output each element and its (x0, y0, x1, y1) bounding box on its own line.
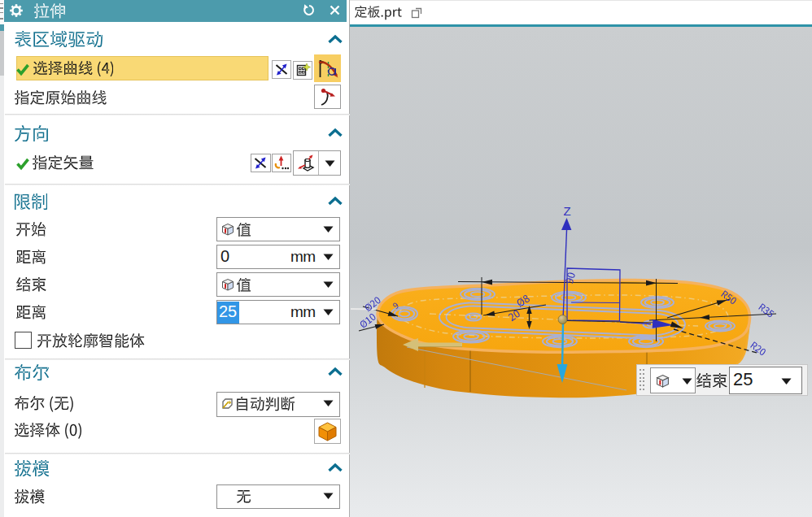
svg-text:Z: Z (564, 204, 571, 218)
